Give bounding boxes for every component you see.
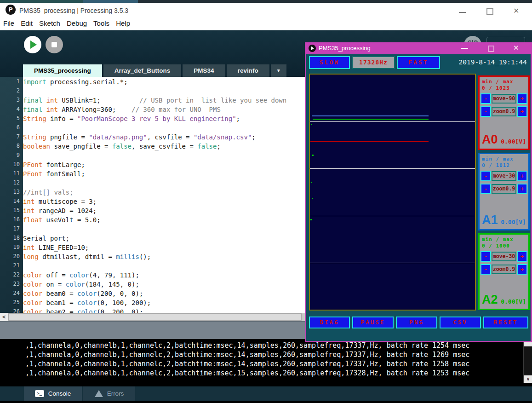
move-minus-button[interactable]: -: [481, 171, 491, 181]
close-icon[interactable]: ✕: [513, 7, 519, 14]
code-token: multiscope = 3;: [34, 198, 97, 205]
move-plus-button[interactable]: +: [517, 171, 527, 181]
datetime-label: 2019-8-14_19:1:44: [459, 58, 527, 66]
code-token: (0, 200, 0);: [97, 308, 143, 313]
menu-debug[interactable]: Debug: [67, 19, 87, 27]
line-number: 5: [0, 115, 23, 124]
slow-button[interactable]: SLOW: [309, 56, 350, 69]
menu-items: FileEditSketchDebugToolsHelp: [0, 17, 532, 28]
code-token: PFont: [23, 170, 42, 178]
code-token: beam0 =: [42, 290, 77, 297]
scope-gridline: [310, 216, 475, 216]
tab-array_def_buttons[interactable]: Array_def_Buttons: [103, 64, 182, 77]
code-token: color: [23, 299, 42, 306]
line-number: 10: [0, 161, 23, 170]
tab-console[interactable]: >_ Console: [24, 386, 82, 401]
code-token: int: [23, 207, 34, 214]
csv-button[interactable]: CSV: [440, 317, 481, 328]
menu-file[interactable]: File: [3, 19, 14, 27]
code-token: ;: [252, 133, 255, 141]
line-number: 26: [0, 308, 23, 313]
scope-noise-dot: [311, 182, 312, 183]
move-field[interactable]: move-30: [492, 171, 516, 181]
scroll-down-arrow[interactable]: v: [524, 375, 532, 383]
terminal-icon: >_: [35, 390, 44, 397]
menu-edit[interactable]: Edit: [21, 19, 33, 27]
line-number: 19: [0, 244, 23, 253]
channel-minmax-label: min / max: [482, 236, 514, 242]
move-field[interactable]: move-30: [492, 252, 516, 261]
console-scrollbar[interactable]: ^ v: [523, 339, 532, 383]
line-number: 14: [0, 198, 23, 207]
channel-panel-a1: min / max0 / 1012-move-30+-zoom0.9+A10.0…: [478, 153, 530, 230]
line-number: 6: [0, 124, 23, 133]
stop-button[interactable]: [46, 36, 63, 53]
code-token: ;: [236, 115, 240, 122]
line-number: 4: [0, 106, 23, 115]
scrollbar-thumb[interactable]: [8, 313, 302, 321]
code-token: // 360 max for UNO PMS: [132, 106, 221, 113]
oscilloscope-display: [309, 74, 476, 311]
zoom-minus-button[interactable]: -: [481, 264, 491, 275]
scroll-left-arrow[interactable]: <: [0, 313, 8, 321]
scope-noise-dot: [312, 198, 313, 199]
minimize-icon[interactable]: [459, 12, 466, 13]
move-plus-button[interactable]: +: [517, 93, 527, 104]
zoom-plus-button[interactable]: +: [517, 184, 527, 194]
menu-tools[interactable]: Tools: [93, 19, 109, 27]
menu-sketch[interactable]: Sketch: [39, 19, 60, 27]
maximize-icon[interactable]: [486, 8, 493, 15]
zoom-plus-button[interactable]: +: [517, 106, 527, 117]
tab-revinfo[interactable]: revinfo: [227, 64, 269, 77]
zoom-plus-button[interactable]: +: [517, 264, 527, 275]
sketch-close-icon[interactable]: ✕: [513, 44, 519, 52]
menu-help[interactable]: Help: [116, 19, 130, 27]
zoom-minus-button[interactable]: -: [481, 184, 491, 194]
code-token: "PoorManScope 3 rev 5 by KLL engineering…: [77, 115, 236, 122]
line-number: 15: [0, 207, 23, 216]
move-minus-button[interactable]: -: [481, 251, 491, 262]
code-token: color: [23, 308, 42, 313]
footer-bottom-strip: [0, 401, 532, 403]
channel-minmax-label: min / max: [482, 79, 514, 85]
code-token: color: [77, 299, 97, 306]
reset-button[interactable]: RESET: [483, 317, 528, 328]
scope-trace-beam-A2-green: [313, 119, 429, 120]
zoom-field[interactable]: zoom0.9: [492, 107, 516, 116]
diag-button[interactable]: DIAG: [309, 317, 350, 328]
zoom-minus-button[interactable]: -: [481, 106, 491, 117]
sketch-maximize-icon[interactable]: [488, 46, 494, 52]
move-minus-button[interactable]: -: [481, 93, 491, 104]
tab-overflow-button[interactable]: ▼: [271, 64, 286, 77]
sketch-minimize-icon[interactable]: [461, 48, 468, 49]
tab-pms34[interactable]: PMS34: [183, 64, 225, 77]
code-token: , csvfile =: [147, 133, 194, 141]
footer-bar: >_ Console Errors: [0, 386, 532, 401]
line-number: 25: [0, 299, 23, 308]
code-token: processing.serial.*;: [46, 78, 128, 86]
zoom-field[interactable]: zoom0.9: [492, 265, 516, 274]
channel-panel-a2: min / max0 / 1000-move-30+-zoom0.9+A20.0…: [478, 233, 530, 310]
sketch-content: SLOW 17328Hz FAST 2019-8-14_19:1:44 min …: [306, 54, 531, 329]
sketch-titlebar[interactable]: PMS35_processing ✕: [305, 42, 532, 54]
code-token: beam2 =: [42, 308, 77, 313]
code-token: color: [77, 290, 97, 297]
move-field[interactable]: move-90: [492, 94, 516, 104]
fast-button[interactable]: FAST: [397, 56, 440, 69]
png-button[interactable]: PNG: [396, 317, 437, 328]
zoom-field[interactable]: zoom0.9: [492, 184, 516, 194]
channel-minmax-value: 0 / 1012: [482, 162, 510, 168]
move-plus-button[interactable]: +: [517, 251, 527, 262]
tab-errors[interactable]: Errors: [83, 386, 135, 401]
line-number: 13: [0, 189, 23, 198]
code-token: USBlink=1;: [58, 97, 139, 104]
play-icon: [30, 40, 37, 49]
run-button[interactable]: [24, 36, 41, 53]
code-token: boolean: [23, 143, 50, 150]
tab-pms35_processing[interactable]: PMS35_processing: [23, 64, 102, 77]
code-token: (4, 79, 111);: [89, 271, 139, 279]
code-token: rangeAD = 1024;: [34, 207, 97, 214]
pause-button[interactable]: PAUSE: [352, 317, 394, 328]
code-token: ;: [217, 143, 220, 150]
code-token: info =: [46, 115, 77, 122]
